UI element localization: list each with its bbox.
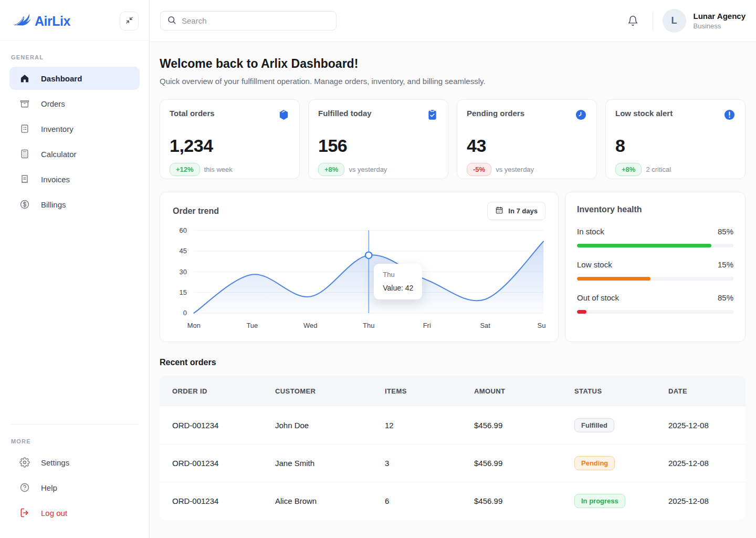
table-row[interactable]: ORD-001234 Jane Smith 3 $456.99 Pending … [160,444,746,482]
sidebar-collapse-button[interactable] [120,12,139,30]
tooltip-day: Thu [383,271,413,278]
customer-cell: Jane Smith [275,459,385,468]
date-cell: 2025-12-08 [668,496,746,505]
stat-card-pending-orders: Pending orders 43 -5% vs yesterday [457,99,597,179]
sidebar-section-more: MORE [0,425,149,451]
stat-note: this week [204,165,233,173]
sidebar: AirLix GENERAL Dashboard Orders Inventor… [0,0,150,538]
cube-icon [278,109,290,123]
sidebar-section-general: GENERAL [0,40,149,67]
svg-text:Thu: Thu [363,322,374,329]
receipt-icon [19,173,30,185]
dollar-circle-icon [19,199,30,210]
sidebar-item-billings[interactable]: Billings [9,193,140,216]
column-header: CUSTOMER [275,387,385,395]
help-circle-icon [19,482,30,493]
order-trend-plot: 015304560MonTueWedThuFriSatSun [173,225,545,332]
stat-cards: Total orders 1,234 +12% this week Fulfil… [160,99,746,179]
customer-cell: John Doe [275,421,385,430]
clipboard-check-icon [426,109,438,123]
inventory-value: 85% [718,293,733,302]
svg-text:Tue: Tue [246,322,258,329]
svg-text:Mon: Mon [187,322,201,329]
svg-text:Sun: Sun [538,322,545,329]
order-trend-card: Order trend In 7 days 015304560MonTueWed… [160,192,559,342]
svg-text:15: 15 [179,288,186,296]
sidebar-item-label: Invoices [41,175,70,184]
search-box[interactable] [160,11,337,30]
tooltip-value: Value: 42 [383,284,413,292]
inventory-label: In stock [577,227,604,236]
order-id-cell: ORD-001234 [172,459,275,468]
order-id-cell: ORD-001234 [172,421,275,430]
airlix-wing-icon [13,12,32,30]
svg-text:30: 30 [179,268,186,276]
brand-name: AirLix [35,14,70,29]
stat-value: 8 [615,136,736,156]
status-badge: Pending [574,456,615,470]
date-cell: 2025-12-08 [668,421,746,430]
table-row[interactable]: ORD-001234 John Doe 12 $456.99 Fulfilled… [160,406,746,444]
inventory-label: Out of stock [577,293,619,302]
amount-cell: $456.99 [474,459,574,468]
inventory-health-title: Inventory health [577,205,733,214]
sidebar-item-settings[interactable]: Settings [9,451,140,474]
dashboard-content: Welcome back to Arlix Dashboard! Quick o… [150,42,756,538]
sidebar-item-label: Settings [41,458,69,467]
notification-bell-icon[interactable] [623,11,643,31]
inventory-row-out-of-stock: Out of stock 85% [577,293,733,314]
date-range-label: In 7 days [508,207,538,215]
sidebar-item-label: Orders [41,99,65,108]
gear-icon [19,457,30,468]
table-row[interactable]: ORD-001234 Alice Brown 6 $456.99 In prog… [160,482,746,520]
chart-tooltip: Thu Value: 42 [374,264,422,299]
inventory-row-low-stock: Low stock 15% [577,260,733,281]
user-menu[interactable]: L Lunar Agency Business [663,9,746,33]
search-icon [167,15,176,27]
date-range-button[interactable]: In 7 days [487,202,545,220]
progress-fill [577,277,650,281]
sidebar-item-help[interactable]: Help [9,476,140,499]
sidebar-item-orders[interactable]: Orders [9,92,140,115]
order-id-cell: ORD-001234 [172,496,275,505]
order-trend-chart: 015304560MonTueWedThuFriSatSun Thu Value… [173,225,545,332]
progress-fill [577,244,711,247]
package-box-icon [19,98,30,109]
stat-card-total-orders: Total orders 1,234 +12% this week [160,99,300,179]
stat-label: Low stock alert [615,109,673,118]
sidebar-item-dashboard[interactable]: Dashboard [9,67,140,90]
recent-orders-title: Recent orders [160,358,746,367]
svg-text:0: 0 [183,309,187,317]
delta-badge: +8% [318,163,344,176]
calendar-icon [495,206,503,216]
page-title: Welcome back to Arlix Dashboard! [160,57,746,71]
search-input[interactable] [182,16,330,25]
progress-track [577,244,733,247]
sidebar-item-label: Billings [41,200,66,209]
sidebar-item-label: Inventory [41,125,74,133]
inventory-value: 85% [718,227,733,236]
date-cell: 2025-12-08 [668,459,746,468]
sidebar-bottom: MORE Settings Help Log out [0,424,149,538]
sidebar-item-logout[interactable]: Log out [9,501,140,524]
inventory-health-card: Inventory health In stock 85% Low stock … [565,192,746,342]
delta-badge: -5% [467,163,491,176]
progress-track [577,277,733,281]
sidebar-item-calculator[interactable]: Calculator [9,142,140,165]
sidebar-item-inventory[interactable]: Inventory [9,117,140,140]
alert-circle-icon [723,109,736,123]
svg-text:45: 45 [179,247,186,255]
inventory-row-in-stock: In stock 85% [577,227,733,247]
delta-badge: +8% [615,163,642,176]
svg-text:Wed: Wed [303,322,317,329]
customer-cell: Alice Brown [275,496,385,505]
page-subtitle: Quick overview of your fulfillment opera… [160,77,746,86]
column-header: ORDER ID [172,387,275,395]
delta-badge: +12% [170,163,200,176]
home-icon [19,73,30,84]
sidebar-item-invoices[interactable]: Invoices [9,168,140,191]
sidebar-item-label: Dashboard [41,74,82,83]
divider [653,11,653,31]
items-cell: 6 [385,496,474,505]
user-type: Business [694,22,746,30]
